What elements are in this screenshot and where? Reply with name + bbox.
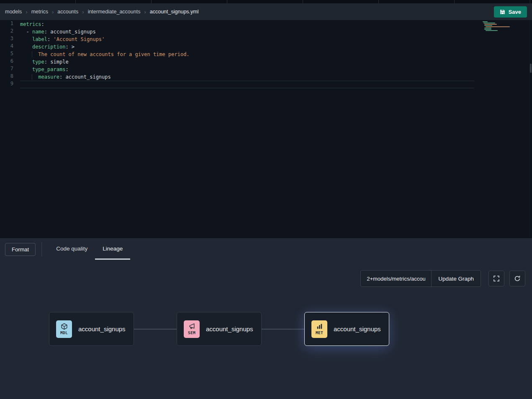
- save-button[interactable]: Save: [494, 6, 527, 18]
- code-line[interactable]: type_params:: [20, 66, 474, 73]
- lineage-edge: [262, 329, 304, 330]
- line-number: 5: [0, 51, 20, 58]
- breadcrumb: models›metrics›accounts›intermediate_acc…: [5, 9, 199, 15]
- code-line[interactable]: metrics:: [20, 20, 474, 28]
- minimap[interactable]: [483, 21, 509, 31]
- line-number: 3: [0, 36, 20, 43]
- lineage-node-sem[interactable]: SEMaccount_signups: [177, 312, 262, 346]
- breadcrumb-bar: models›metrics›accounts›intermediate_acc…: [0, 3, 532, 20]
- code-line[interactable]: type: simple: [20, 58, 474, 66]
- lineage-node-mdl[interactable]: MDLaccount_signups: [49, 312, 134, 346]
- node-label: account_signups: [78, 325, 126, 332]
- node-label: account_signups: [206, 325, 253, 332]
- chevron-separator-icon: ›: [82, 9, 84, 15]
- minimap-line: [486, 26, 510, 27]
- code-line-active[interactable]: [20, 81, 474, 88]
- minimap-line: [486, 30, 498, 31]
- minimap-line: [484, 29, 491, 30]
- bar-chart-icon: MET: [311, 320, 327, 338]
- save-icon: [500, 9, 505, 15]
- minimap-line: [484, 28, 491, 28]
- line-number: 9: [0, 81, 20, 88]
- code-editor[interactable]: 123456789 metrics: - name: account_signu…: [0, 20, 532, 238]
- chevron-separator-icon: ›: [26, 9, 27, 15]
- vertical-scrollbar[interactable]: [529, 20, 532, 238]
- breadcrumb-item[interactable]: intermediate_accounts: [88, 9, 141, 15]
- minimap-line: [483, 21, 488, 22]
- line-number: 7: [0, 66, 20, 73]
- node-type-badge: SEM: [188, 330, 195, 335]
- line-number-gutter: 123456789: [0, 20, 20, 238]
- line-number: 8: [0, 73, 20, 81]
- code-line[interactable]: The count of new accounts for a given ti…: [20, 51, 474, 58]
- code-content[interactable]: metrics: - name: account_signups label: …: [20, 20, 474, 238]
- minimap-line: [484, 25, 492, 26]
- top-tab-strip: [0, 0, 532, 3]
- code-line[interactable]: measure: account_signups: [20, 73, 474, 81]
- code-line[interactable]: label: 'Account Signups': [20, 36, 474, 43]
- line-number: 2: [0, 28, 20, 36]
- breadcrumb-item[interactable]: metrics: [31, 9, 48, 15]
- chevron-separator-icon: ›: [144, 9, 146, 15]
- minimap-line: [483, 23, 495, 23]
- line-number: 4: [0, 43, 20, 51]
- editor-tab-2[interactable]: [76, 0, 152, 3]
- chevron-separator-icon: ›: [52, 9, 54, 15]
- lineage-node-met[interactable]: METaccount_signups: [304, 312, 389, 346]
- code-line[interactable]: description: >: [20, 43, 474, 51]
- node-label: account_signups: [334, 325, 381, 332]
- bottom-panel: Format Code qualityLineage Update Graph: [0, 238, 532, 399]
- editor-tab-5[interactable]: [303, 0, 379, 3]
- megaphone-icon: SEM: [184, 320, 200, 338]
- editor-tab-4[interactable]: [227, 0, 303, 3]
- cube-icon: MDL: [56, 320, 72, 338]
- minimap-line: [484, 24, 496, 25]
- breadcrumb-item[interactable]: account_signups.yml: [150, 9, 199, 15]
- code-line[interactable]: - name: account_signups: [20, 28, 474, 36]
- editor-tab-1[interactable]: [0, 0, 76, 3]
- line-number: 6: [0, 58, 20, 66]
- breadcrumb-item[interactable]: models: [5, 9, 22, 15]
- scrollbar-handle[interactable]: [530, 64, 532, 73]
- lineage-graph[interactable]: MDLaccount_signupsSEMaccount_signupsMETa…: [0, 239, 532, 399]
- lineage-edge: [134, 329, 177, 330]
- save-button-label: Save: [509, 9, 521, 15]
- editor-tab-3[interactable]: [152, 0, 227, 3]
- line-number: 1: [0, 20, 20, 28]
- editor-tab-7[interactable]: [455, 0, 530, 3]
- breadcrumb-item[interactable]: accounts: [57, 9, 78, 15]
- editor-tab-6[interactable]: [379, 0, 455, 3]
- node-type-badge: MDL: [60, 330, 68, 335]
- node-type-badge: MET: [316, 330, 323, 335]
